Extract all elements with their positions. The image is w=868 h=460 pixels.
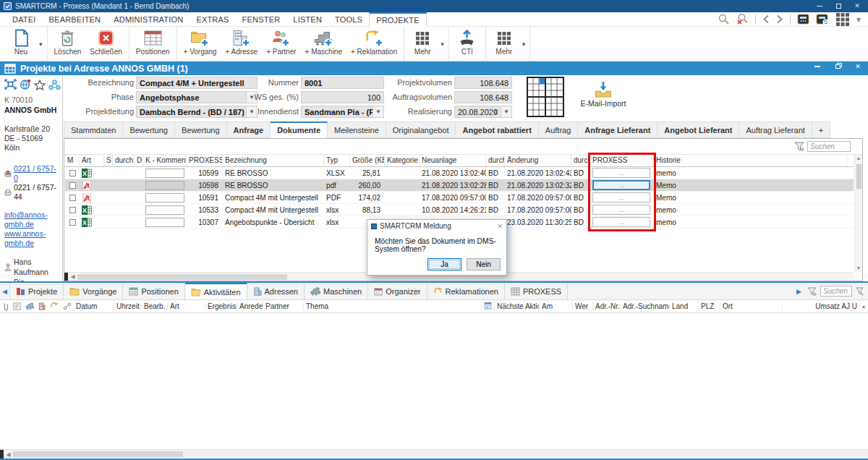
- tab-stammdaten[interactable]: Stammdaten: [64, 122, 123, 138]
- tab-auftrag[interactable]: Auftrag: [539, 122, 578, 138]
- menu-item-datei[interactable]: DATEI: [6, 12, 43, 26]
- menu-item-tools[interactable]: TOOLS: [328, 12, 369, 26]
- tab-auftrag-lieferant[interactable]: Auftrag Lieferant: [739, 122, 812, 138]
- website-link[interactable]: www.annos-gmbh.de: [4, 229, 59, 248]
- bottom-column-umsatz-aj-u[interactable]: Umsatz AJ U: [783, 302, 859, 310]
- email-import-button[interactable]: E-Mail-Import: [572, 81, 634, 108]
- bottom-tab-projekte[interactable]: Projekte: [9, 283, 64, 299]
- bottom-column-n-chste-aktion[interactable]: Nächste Aktion: [495, 302, 540, 310]
- menu-item-extras[interactable]: EXTRAS: [190, 12, 235, 26]
- row-checkbox[interactable]: [69, 182, 76, 189]
- tab-anfrage[interactable]: Anfrage: [227, 122, 271, 138]
- close-button[interactable]: ✕: [853, 2, 861, 11]
- filter-funnel-icon[interactable]: [794, 142, 804, 151]
- scroll-up-icon[interactable]: ▲: [859, 304, 868, 309]
- menu-item-bearbeiten[interactable]: BEARBEITEN: [43, 12, 108, 26]
- bezeichnung-field[interactable]: Compact 4/M + Untergestell: [136, 77, 258, 89]
- column-header-aend[interactable]: Änderung: [505, 155, 571, 166]
- row-checkbox[interactable]: [69, 207, 76, 213]
- column-header-durch0[interactable]: durch: [113, 155, 135, 166]
- phone-link[interactable]: 0221 / 6757-0: [14, 164, 59, 183]
- spinner-icon[interactable]: ▲▼: [491, 106, 501, 117]
- bottom-column-adr-nr-[interactable]: Adr.-Nr.: [593, 302, 621, 310]
- toolbar-maschine-button[interactable]: + Maschine: [301, 27, 346, 61]
- row-checkbox[interactable]: [69, 170, 76, 176]
- column-header-durch2[interactable]: durch: [571, 155, 590, 166]
- realisierung-field[interactable]: 20.08.2020 ▲▼ ▼: [454, 106, 512, 118]
- kommentar-input[interactable]: [145, 193, 184, 203]
- kommentar-input[interactable]: [145, 181, 184, 190]
- activity-small-icon[interactable]: [50, 302, 59, 310]
- tab-originalangebot[interactable]: Originalangebot: [386, 122, 456, 138]
- toolbar-adresse-button[interactable]: + Adresse: [221, 27, 262, 61]
- bottom-column-land[interactable]: Land: [670, 302, 699, 310]
- toolbar-partner-button[interactable]: + Partner: [262, 27, 300, 61]
- column-header-kat[interactable]: Kategorie: [385, 155, 420, 166]
- bottom-column-ergebnis[interactable]: Ergebnis: [205, 302, 237, 310]
- bottom-tab-vorg-nge[interactable]: Vorgänge: [64, 283, 123, 299]
- row-checkbox[interactable]: [69, 219, 76, 226]
- chevron-down-icon[interactable]: ▾: [438, 41, 446, 48]
- proxess-open-button[interactable]: ...: [592, 168, 650, 178]
- search-clear-icon[interactable]: [736, 13, 749, 25]
- nummer-field[interactable]: 8001: [301, 77, 384, 89]
- chevron-down-icon[interactable]: ▾: [856, 15, 861, 24]
- column-header-bez[interactable]: Bezeichnung: [223, 155, 324, 166]
- tab-anfrage-lieferant[interactable]: Anfrage Lieferant: [578, 122, 658, 138]
- column-header-komm[interactable]: K - Kommentar: [143, 155, 187, 166]
- bottom-tab-proxess[interactable]: PROXESS: [505, 283, 568, 299]
- projektleitung-select[interactable]: Dambach Bernd - (BD / 187)▼: [136, 106, 258, 118]
- toolbar-positionen-button[interactable]: Positionen: [132, 27, 174, 61]
- column-header-s[interactable]: S: [104, 155, 113, 166]
- bottom-column-art[interactable]: Art: [168, 302, 205, 310]
- bottom-column-uhrzeit[interactable]: Uhrzeit: [114, 302, 142, 310]
- toolbar-mehr-button[interactable]: Mehr: [407, 27, 438, 61]
- bottom-column-ort[interactable]: Ort: [720, 302, 783, 310]
- projektvolumen-field[interactable]: 108.648: [454, 77, 512, 89]
- bottom-column-partner[interactable]: Partner: [263, 302, 304, 310]
- calculator-sync-icon[interactable]: [816, 14, 829, 25]
- nav-prev-icon[interactable]: [762, 14, 770, 24]
- document-row[interactable]: 10591Compact 4M mit UntergestellPDF174,0…: [65, 192, 854, 204]
- bottom-column-am[interactable]: Am: [540, 302, 573, 310]
- phase-select[interactable]: Angebotsphase▼: [136, 91, 258, 103]
- proxess-open-button[interactable]: ...: [592, 205, 650, 215]
- bottom-column-anrede[interactable]: Anrede: [237, 302, 263, 310]
- tab-angebot-rabattiert[interactable]: Angebot rabattiert: [456, 122, 538, 138]
- column-header-neu[interactable]: Neuanlage: [420, 155, 486, 166]
- chevron-down-icon[interactable]: ▾: [37, 41, 45, 48]
- kommentar-input[interactable]: [145, 205, 184, 215]
- dialog-close-icon[interactable]: ✕: [497, 223, 503, 230]
- dialog-yes-button[interactable]: Ja: [427, 258, 461, 271]
- bottom-horizontal-scrollbar[interactable]: ◀: [0, 449, 868, 459]
- tab-dokumente[interactable]: Dokumente: [271, 122, 328, 138]
- column-header-hist[interactable]: Historie: [654, 155, 847, 166]
- kommentar-input[interactable]: [145, 169, 184, 178]
- menu-item-administration[interactable]: ADMINISTRATION: [107, 12, 190, 26]
- bottom-tab-reklamationen[interactable]: Reklamationen: [427, 283, 505, 299]
- tab-+[interactable]: +: [812, 122, 830, 138]
- toolbar-löschen-button[interactable]: Löschen: [50, 27, 86, 61]
- chevron-down-icon[interactable]: ▼: [373, 106, 383, 117]
- menu-item-projekte[interactable]: PROJEKTE: [369, 12, 427, 27]
- column-header-art[interactable]: Art: [80, 155, 104, 166]
- auftragsvolumen-field[interactable]: 108.648: [454, 91, 512, 103]
- web-globe-icon[interactable]: [20, 79, 31, 90]
- tabs-scroll-left-icon[interactable]: ◀: [0, 283, 9, 299]
- note-icon[interactable]: [13, 302, 21, 310]
- filter-edit-icon[interactable]: [856, 287, 864, 296]
- innendienst-select[interactable]: Sandmann Pia - (PS)▼: [301, 106, 384, 118]
- maximize-button[interactable]: [834, 2, 843, 11]
- bottom-tab-adressen[interactable]: Adressen: [247, 283, 305, 299]
- email-link[interactable]: info@annos-gmbh.de: [4, 210, 59, 229]
- address-small-icon[interactable]: [38, 302, 46, 310]
- project-structure-icon[interactable]: [4, 79, 17, 90]
- document-row[interactable]: 10598RE BROSSOpdf260,0021.08.2020 13:02:…: [65, 179, 854, 192]
- tab-meilensteine[interactable]: Meilensteine: [328, 122, 386, 138]
- tabs-scroll-right-icon[interactable]: ▶: [794, 288, 804, 295]
- bottom-column-adr-suchname[interactable]: Adr.-Suchname: [621, 302, 670, 310]
- toolbar-neu-button[interactable]: Neu: [5, 27, 37, 61]
- bottom-tab-organizer[interactable]: Organizer: [368, 283, 427, 299]
- tab-angebot-lieferant[interactable]: Angebot Lieferant: [658, 122, 739, 138]
- relations-icon[interactable]: [48, 80, 61, 90]
